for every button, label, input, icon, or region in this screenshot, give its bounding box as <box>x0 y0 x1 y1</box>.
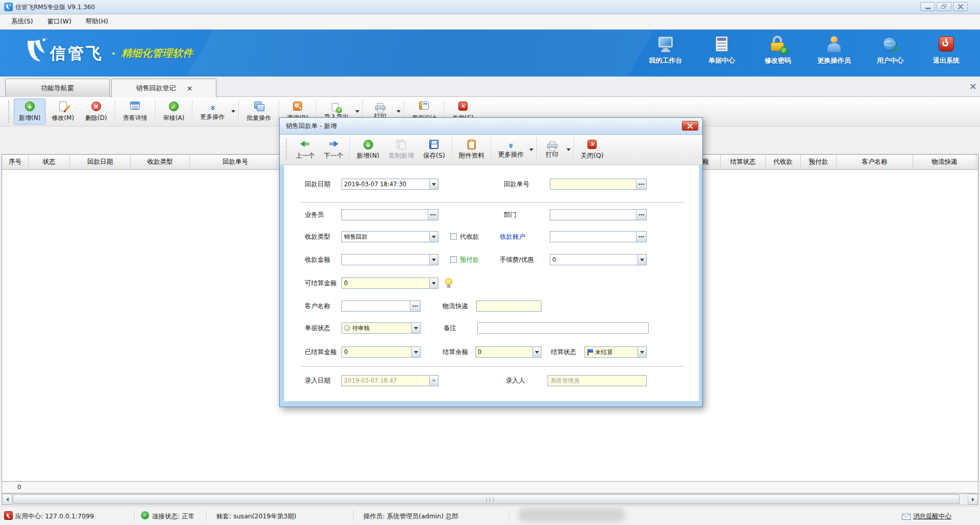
tabstrip-close-icon[interactable] <box>970 82 976 91</box>
chevron-down-icon[interactable] <box>411 323 420 333</box>
ellipsis-button[interactable] <box>428 210 438 220</box>
column-header[interactable]: 客户名称 <box>837 155 913 169</box>
settle-status-input[interactable]: 未结算 <box>584 346 647 358</box>
toolbar-edit-button[interactable]: 修改(M) <box>46 98 79 124</box>
chevron-down-icon[interactable] <box>429 255 438 265</box>
settle-balance-input[interactable]: 0 <box>475 346 542 358</box>
department-input[interactable] <box>550 209 647 220</box>
hint-bulb-icon[interactable] <box>445 278 453 289</box>
account-input[interactable] <box>550 231 647 242</box>
column-header[interactable]: 状态 <box>29 155 70 169</box>
toolbar-more-actions-button[interactable]: « 更多操作 <box>195 100 230 123</box>
fee-input[interactable]: 0 <box>550 254 647 265</box>
entry-date-input: 2019-03-07 18:47 <box>341 375 438 386</box>
amount-input[interactable] <box>341 254 438 265</box>
banner-action-user-center[interactable]: 用户中心 <box>871 36 910 65</box>
dialog-next-button[interactable]: 下一个 <box>320 136 348 163</box>
tab-sales-payment-register[interactable]: 销售回款登记 <box>111 79 216 97</box>
redacted-watermark <box>518 508 625 522</box>
column-header[interactable]: 预付款 <box>801 155 837 169</box>
collect-for-other-checkbox[interactable] <box>450 233 457 240</box>
statusbar: 应用中心: 127.0.0.1:7099 ✓ 连接状态: 正常 账套: susa… <box>0 506 980 525</box>
ellipsis-button[interactable] <box>410 301 420 311</box>
column-header[interactable]: 回款日期 <box>70 155 131 169</box>
column-header[interactable]: 代收款 <box>766 155 801 169</box>
tab-function-navigator[interactable]: 功能导航窗 <box>5 79 110 97</box>
attachment-icon <box>468 140 476 149</box>
column-header[interactable]: 结算状态 <box>721 155 766 169</box>
scroll-left-button[interactable] <box>2 494 12 505</box>
banner-action-workstation[interactable]: 我的工作台 <box>646 36 685 65</box>
doc-status-input[interactable]: 待审核 <box>341 322 421 334</box>
chevron-down-icon[interactable] <box>529 148 533 151</box>
dialog-close-button[interactable] <box>682 121 698 131</box>
banner-action-change-password[interactable]: ✓ 修改密码 <box>758 36 797 65</box>
banner-action-switch-operator[interactable]: 更换操作员 <box>815 36 853 65</box>
toolbar-batch-actions-button[interactable]: 批量操作 <box>241 98 276 124</box>
audit-check-icon: ✓ <box>169 102 179 111</box>
dialog-more-actions-button[interactable]: « 更多操作 <box>494 137 528 162</box>
receipt-no-input[interactable] <box>550 179 647 190</box>
field-label: 单据状态 <box>305 322 330 334</box>
menu-help[interactable]: 帮助(H) <box>80 15 114 28</box>
document-center-icon <box>713 36 730 53</box>
column-header[interactable]: 序号 <box>2 155 29 169</box>
dialog-close-toolbar-button[interactable]: ✕ 关闭(Q) <box>577 136 608 163</box>
settled-amount-input[interactable]: 0 <box>341 346 421 358</box>
minimize-button[interactable] <box>920 2 935 11</box>
delete-icon: ✕ <box>91 102 101 111</box>
toolbar-add-button[interactable]: + 新增(N) <box>14 98 45 124</box>
toolbar-grip <box>286 139 289 160</box>
salesman-input[interactable] <box>341 209 438 220</box>
settleable-amount-input[interactable]: 0 <box>341 278 438 289</box>
banner-action-document-center[interactable]: 单据中心 <box>702 36 741 65</box>
customer-input[interactable] <box>341 301 421 312</box>
chevron-down-icon[interactable] <box>397 110 401 113</box>
prepayment-checkbox[interactable] <box>450 256 457 263</box>
field-label: 备注 <box>444 322 456 334</box>
horizontal-scrollbar[interactable] <box>2 493 978 505</box>
chevron-down-icon[interactable] <box>638 255 646 265</box>
dialog-add-button[interactable]: + 新增(N) <box>353 136 383 163</box>
ellipsis-button[interactable] <box>636 179 646 189</box>
toolbar-view-details-button[interactable]: 查看详情 <box>118 98 153 124</box>
logistics-input[interactable] <box>476 301 542 312</box>
remark-input[interactable] <box>477 322 649 334</box>
record-count: 0 <box>17 484 21 491</box>
ellipsis-button[interactable] <box>636 210 646 220</box>
connection-ok-icon: ✓ <box>141 511 149 519</box>
menu-system[interactable]: 系统(S) <box>5 15 39 28</box>
dialog-print-button[interactable]: 打印 <box>540 138 565 162</box>
payment-type-input[interactable]: 销售回款 <box>341 231 438 242</box>
restore-button[interactable] <box>937 2 951 11</box>
chevron-down-icon[interactable] <box>411 347 420 357</box>
dialog-attachments-button[interactable]: 附件资料 <box>455 136 488 163</box>
scrollbar-thumb[interactable] <box>13 494 960 504</box>
chevron-down-icon[interactable] <box>355 110 359 113</box>
field-label: 回款日期 <box>305 179 330 190</box>
ellipsis-button[interactable] <box>636 232 646 242</box>
chevron-down-icon[interactable] <box>429 232 438 242</box>
menu-window[interactable]: 窗口(W) <box>41 15 78 28</box>
dialog-prev-button[interactable]: 上一个 <box>291 136 319 163</box>
chevron-down-icon[interactable] <box>638 347 646 357</box>
column-header[interactable]: 物流快递 <box>913 155 976 169</box>
payment-date-input[interactable]: 2019-03-07 18:47:30 <box>341 179 438 190</box>
column-header[interactable]: 收款类型 <box>131 155 190 169</box>
message-center-link[interactable]: 消息提醒中心 <box>902 512 951 521</box>
chevron-down-icon[interactable] <box>429 179 438 189</box>
toolbar-delete-button[interactable]: ✕ 删除(D) <box>80 98 112 124</box>
chevron-down-icon[interactable] <box>231 110 235 113</box>
toolbar-audit-button[interactable]: ✓ 审核(A) <box>158 98 190 124</box>
banner-action-exit-system[interactable]: 退出系统 <box>927 36 966 65</box>
tab-close-icon[interactable] <box>187 86 192 91</box>
column-header[interactable]: 回款单号 <box>190 155 281 169</box>
chevron-down-icon[interactable] <box>429 278 438 288</box>
scroll-right-button[interactable] <box>968 494 978 505</box>
dialog-toolbar: 上一个 下一个 + 新增(N) 复制新增 保存(S) 附件资料 <box>280 135 702 165</box>
dialog-save-button[interactable]: 保存(S) <box>419 136 449 163</box>
chevron-down-icon[interactable] <box>532 347 541 357</box>
close-button[interactable] <box>953 2 968 11</box>
account-link[interactable]: 收款账户 <box>500 231 525 242</box>
chevron-down-icon[interactable] <box>567 148 571 151</box>
